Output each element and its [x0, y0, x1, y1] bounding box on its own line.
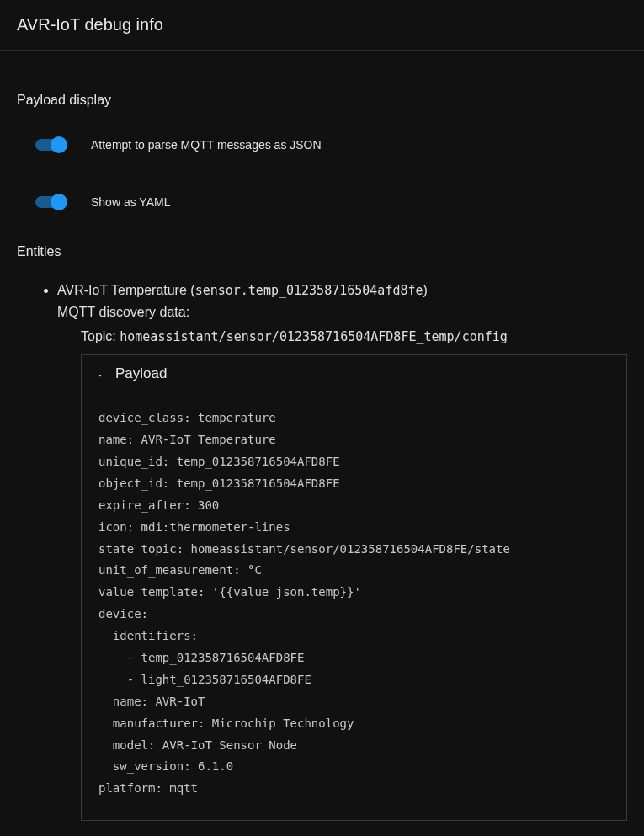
toggle-show-yaml[interactable] — [34, 192, 67, 212]
payload-display-heading: Payload display — [17, 93, 627, 108]
entity-name-line: AVR-IoT Temperature (sensor.temp_0123587… — [57, 280, 627, 301]
entity-item: AVR-IoT Temperature (sensor.temp_0123587… — [57, 280, 627, 821]
toggle-thumb — [51, 194, 67, 210]
content-area: Payload display Attempt to parse MQTT me… — [0, 51, 644, 836]
toggle-parse-json-row: Attempt to parse MQTT messages as JSON — [17, 128, 627, 162]
entity-id-close-paren: ) — [423, 283, 428, 297]
toggle-parse-json[interactable] — [34, 135, 67, 155]
toggle-parse-json-label: Attempt to parse MQTT messages as JSON — [91, 138, 322, 152]
payload-heading: Payload — [115, 365, 167, 382]
toggle-show-yaml-row: Show as YAML — [17, 185, 627, 219]
topic-value: homeassistant/sensor/012358716504AFD8FE_… — [120, 329, 508, 344]
payload-yaml-content: device_class: temperature name: AVR-IoT … — [98, 407, 609, 800]
topic-label: Topic: — [81, 329, 116, 343]
entity-friendly-name: AVR-IoT Temperature — [57, 283, 187, 297]
payload-expand-toggle[interactable]: Payload — [82, 355, 626, 392]
topic-line: Topic: homeassistant/sensor/012358716504… — [81, 329, 627, 344]
mqtt-discovery-label: MQTT discovery data: — [57, 301, 627, 323]
entities-heading: Entities — [17, 244, 627, 259]
toggle-thumb — [51, 136, 67, 153]
toggle-show-yaml-label: Show as YAML — [91, 195, 170, 209]
chevron-down-icon — [95, 369, 105, 379]
entity-list: AVR-IoT Temperature (sensor.temp_0123587… — [17, 280, 627, 821]
payload-panel: Payload device_class: temperature name: … — [81, 354, 627, 821]
entity-id: sensor.temp_012358716504afd8fe — [195, 283, 423, 298]
page-title: AVR-IoT debug info — [17, 15, 627, 35]
page-header: AVR-IoT debug info — [0, 0, 644, 51]
payload-body: device_class: temperature name: AVR-IoT … — [82, 392, 626, 820]
